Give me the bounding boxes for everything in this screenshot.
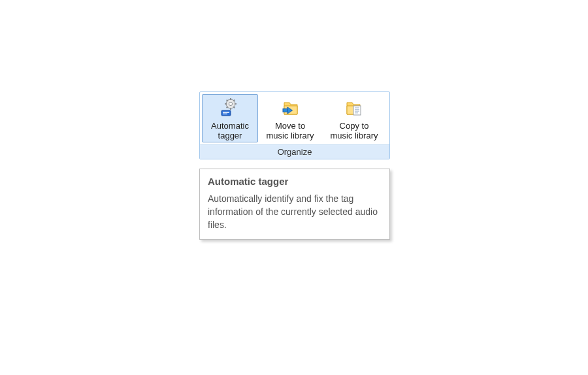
move-to-library-label: Move to music library: [267, 121, 314, 140]
copy-to-library-label: Copy to music library: [331, 121, 378, 140]
svg-rect-11: [223, 112, 229, 113]
tooltip-body: Automatically identify and fix the tag i…: [208, 192, 382, 231]
folder-move-icon: [279, 97, 301, 120]
automatic-tagger-label: Automatic tagger: [211, 121, 249, 140]
copy-to-library-button[interactable]: Copy to music library: [322, 94, 386, 142]
ribbon-group-organize: Automatic tagger Move: [199, 91, 390, 159]
automatic-tagger-button[interactable]: Automatic tagger: [202, 94, 258, 142]
folder-copy-icon: [343, 97, 365, 120]
automatic-tagger-icon: [219, 97, 241, 120]
ribbon-group-title: Organize: [200, 144, 389, 159]
svg-rect-13: [283, 109, 287, 112]
svg-rect-10: [221, 110, 231, 116]
svg-rect-15: [353, 106, 361, 115]
tooltip-title: Automatic tagger: [208, 176, 382, 187]
move-to-library-button[interactable]: Move to music library: [258, 94, 322, 142]
svg-point-1: [229, 102, 232, 105]
svg-rect-12: [223, 114, 227, 115]
tooltip: Automatic tagger Automatically identify …: [199, 169, 390, 240]
ribbon-buttons-row: Automatic tagger Move: [200, 92, 389, 144]
